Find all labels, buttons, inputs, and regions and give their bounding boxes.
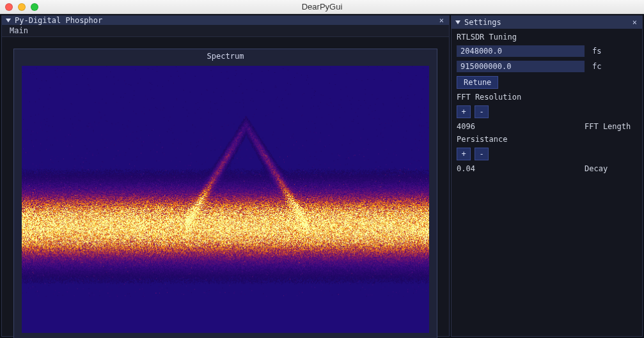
settings-window-titlebar[interactable]: Settings × <box>452 16 642 29</box>
section-tuning-label: RTLSDR Tuning <box>457 33 637 42</box>
fft-length-value: 4096 <box>457 122 585 131</box>
fs-label: fs <box>592 47 601 56</box>
fft-length-label: FFT Length <box>585 122 631 131</box>
persist-plus-button[interactable]: + <box>457 148 471 160</box>
close-icon[interactable]: × <box>438 17 445 24</box>
collapse-icon[interactable] <box>455 20 460 24</box>
menubar: Main <box>2 25 449 37</box>
plot-area[interactable] <box>22 66 429 333</box>
collapse-icon[interactable] <box>6 19 11 22</box>
persist-minus-button[interactable]: - <box>475 148 489 160</box>
fft-minus-button[interactable]: - <box>475 105 489 118</box>
fc-input[interactable] <box>457 61 585 72</box>
plot-title: Spectrum <box>14 49 437 63</box>
spectrum-plot: Spectrum <box>13 49 437 338</box>
app-title: DearPyGui <box>0 2 644 12</box>
close-icon[interactable]: × <box>631 19 638 26</box>
menu-main[interactable]: Main <box>6 25 32 36</box>
fs-input[interactable] <box>457 45 585 57</box>
settings-window-title: Settings <box>464 18 501 27</box>
fft-plus-button[interactable]: + <box>457 105 471 118</box>
settings-window: Settings × RTLSDR Tuning fs fc Retune FF… <box>451 15 643 337</box>
decay-label: Decay <box>585 164 608 173</box>
decay-value: 0.04 <box>457 164 585 173</box>
mac-titlebar: DearPyGui <box>0 0 644 14</box>
fc-label: fc <box>592 62 601 71</box>
section-persist-label: Persistance <box>457 135 637 144</box>
main-window: Py-Digital Phosphor × Main Spectrum <box>1 15 450 337</box>
section-fft-label: FFT Resolution <box>457 93 637 102</box>
main-window-title: Py-Digital Phosphor <box>15 16 102 25</box>
main-window-titlebar[interactable]: Py-Digital Phosphor × <box>2 16 449 25</box>
retune-button[interactable]: Retune <box>457 76 498 89</box>
